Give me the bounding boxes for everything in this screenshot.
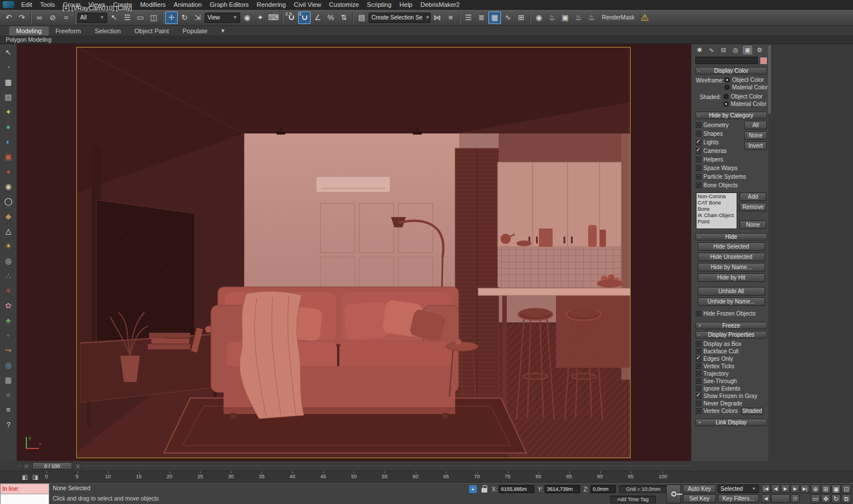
transform-typein-toggle-icon[interactable]: +	[469, 485, 477, 493]
shaded-material-color-radio[interactable]	[723, 101, 729, 107]
z-coordinate-input[interactable]	[590, 485, 616, 493]
panel-name-field[interactable]	[695, 57, 758, 64]
mirror-icon[interactable]: ⋈	[431, 11, 444, 24]
app-logo-icon[interactable]	[3, 1, 14, 8]
tab-utilities-icon[interactable]: ⚙	[755, 46, 764, 54]
redo-icon[interactable]: ↷	[15, 11, 28, 24]
orbit-icon[interactable]: ↻	[831, 494, 841, 503]
vertex-ticks-checkbox[interactable]	[696, 364, 701, 369]
scene-explorer-icon[interactable]: ☰	[462, 11, 475, 24]
cream-sphere-icon[interactable]: ◉	[2, 179, 15, 193]
keyboard-shortcut-override-icon[interactable]: ⌨	[267, 11, 280, 24]
window-crossing-icon[interactable]: ◫	[147, 11, 160, 24]
zoom-icon[interactable]: ⊕	[811, 485, 820, 494]
time-configuration-icon[interactable]: ◷	[791, 494, 800, 503]
spray-icon[interactable]: ✳	[2, 284, 15, 297]
tab-populate[interactable]: Populate	[175, 26, 214, 36]
unlink-selection-icon[interactable]: ⊘	[46, 11, 59, 24]
flower-icon[interactable]: ✿	[2, 298, 15, 312]
select-and-link-icon[interactable]: ∞	[33, 11, 46, 24]
tab-freeform[interactable]: Freeform	[49, 26, 88, 36]
menu-customize[interactable]: Customize	[325, 1, 363, 9]
blue-half-sphere-icon[interactable]: ◐	[2, 135, 15, 148]
select-and-manipulate-icon[interactable]: ✦	[254, 11, 267, 24]
selection-filter-dropdown[interactable]: All▼	[77, 13, 107, 23]
teal-sphere-icon[interactable]: ●	[2, 120, 15, 133]
spark-icon[interactable]: ✦	[2, 105, 15, 119]
tab-hierarchy-icon[interactable]: ⊟	[719, 46, 728, 54]
see-through-checkbox[interactable]	[696, 379, 701, 384]
previous-frame-icon[interactable]: ◀	[771, 485, 780, 493]
select-and-move-icon[interactable]: ✛	[165, 11, 178, 24]
hide-selected-button[interactable]: Hide Selected	[698, 242, 765, 251]
render-setup-icon[interactable]: ♨	[546, 11, 558, 24]
diamond-icon[interactable]: ◆	[2, 209, 15, 223]
tab-display-icon[interactable]: ▣	[743, 46, 752, 54]
hide-frozen-objects-checkbox[interactable]	[696, 311, 701, 316]
hook-icon[interactable]: ↪	[2, 343, 15, 357]
remove-button[interactable]: Remove	[739, 203, 766, 211]
hide-by-hit-button[interactable]: Hide by Hit	[698, 273, 765, 282]
menu-graph-editors[interactable]: Graph Editors	[206, 1, 253, 9]
tab-modify-icon[interactable]: ∿	[707, 46, 716, 54]
category-listbox[interactable]: Non-Corona CAT Bone Bone IK Chain Object…	[696, 192, 737, 229]
angle-snap-icon[interactable]: ∠	[311, 11, 324, 24]
bone-objects-checkbox[interactable]	[696, 183, 701, 188]
auto-key-button[interactable]: Auto Key	[683, 485, 716, 493]
red-sphere-icon[interactable]: ●	[2, 164, 15, 178]
rollout-header-link-display[interactable]: + Link Display	[695, 419, 767, 426]
menu-civil-view[interactable]: Civil View	[290, 1, 325, 9]
zoom-extents-icon[interactable]: ▣	[831, 485, 841, 494]
menu-tools[interactable]: Tools	[36, 1, 59, 9]
tab-object-paint[interactable]: Object Paint	[128, 26, 176, 36]
hide-by-name-button[interactable]: Hide by Name...	[698, 263, 765, 271]
track-bar[interactable]: ◧ ◨ 0 5 10 15 20 25 30 35 40 45 50 55 60…	[0, 471, 853, 483]
orb-icon[interactable]: ◎	[2, 254, 15, 267]
grid-icon[interactable]: ▦	[2, 75, 15, 89]
rollout-header-hide[interactable]: - Hide	[695, 233, 767, 241]
y-coordinate-input[interactable]	[545, 485, 580, 493]
zoom-extents-all-icon[interactable]: ⊡	[842, 485, 851, 494]
pan-icon[interactable]: ✥	[821, 494, 831, 503]
next-frame-arrow-icon[interactable]: ›	[75, 463, 81, 470]
particle-systems-checkbox[interactable]	[696, 174, 701, 179]
geometry-checkbox[interactable]	[696, 123, 701, 128]
curve-editor-icon[interactable]: ∿	[502, 11, 514, 24]
rollout-header-display-color[interactable]: - Display Color	[695, 67, 767, 74]
list-item[interactable]: Bone	[698, 206, 735, 212]
undo-icon[interactable]: ↶	[2, 11, 15, 24]
unhide-all-button[interactable]: Unhide All	[698, 287, 765, 296]
material-editor-icon[interactable]: ◉	[533, 11, 545, 24]
edges-only-checkbox[interactable]	[696, 356, 701, 361]
space-warps-checkbox[interactable]	[696, 166, 701, 171]
menu-debrismaker2[interactable]: DebrisMaker2	[416, 1, 463, 9]
layer-explorer-icon[interactable]: ≣	[475, 11, 488, 24]
play-animation-icon[interactable]: ▶	[781, 485, 790, 493]
wireframe-material-color-radio[interactable]	[725, 85, 730, 90]
menu-rendering[interactable]: Rendering	[253, 1, 290, 9]
list-item[interactable]: IK Chain Object	[698, 212, 735, 219]
unhide-by-name-button[interactable]: Unhide by Name...	[698, 297, 765, 306]
tab-selection[interactable]: Selection	[88, 26, 127, 36]
go-to-end-icon[interactable]: ▶|	[800, 485, 809, 493]
lights-checkbox[interactable]	[696, 140, 701, 145]
cameras-checkbox[interactable]	[696, 148, 701, 153]
drop-icon[interactable]: ◦	[2, 328, 15, 342]
menu-help[interactable]: Help	[396, 1, 417, 9]
all-button[interactable]: All	[744, 121, 767, 129]
helpers-checkbox[interactable]	[696, 157, 701, 162]
ignore-extents-checkbox[interactable]	[696, 386, 701, 391]
current-frame-field[interactable]	[771, 494, 790, 503]
go-to-start-icon[interactable]: |◀	[761, 485, 770, 493]
select-and-scale-icon[interactable]: ⇲	[191, 11, 204, 24]
previous-frame-arrow-icon[interactable]: ‹	[23, 463, 30, 470]
viewport[interactable]: x y	[17, 44, 691, 461]
maxscript-mini-listener[interactable]: In line:	[0, 483, 49, 504]
next-frame-icon[interactable]: ▶	[791, 485, 800, 493]
shaded-object-color-radio[interactable]	[723, 94, 729, 99]
select-by-name-icon[interactable]: ☰	[121, 11, 134, 24]
wireframe-object-color-radio[interactable]	[725, 77, 730, 82]
globe-icon[interactable]: ◎	[2, 358, 15, 372]
render-production-icon[interactable]: ♨	[572, 11, 585, 24]
warning-icon[interactable]: ⚠	[639, 11, 651, 24]
